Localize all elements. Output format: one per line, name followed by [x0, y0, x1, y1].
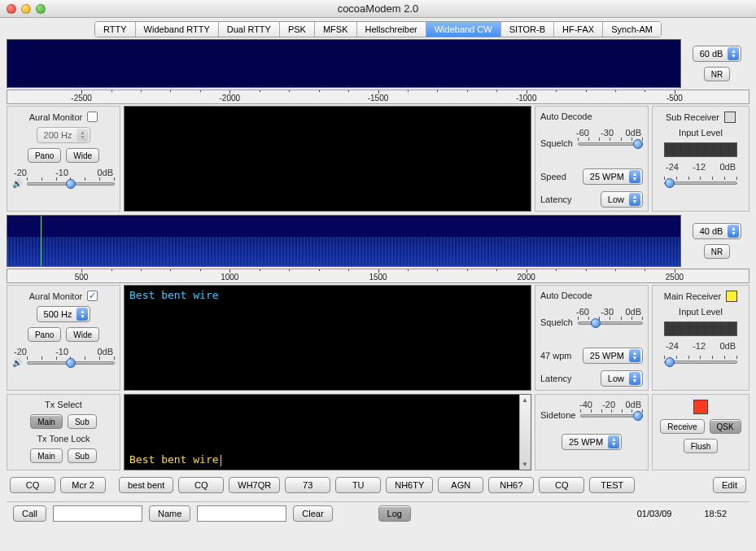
- tab-synch-am[interactable]: Synch-AM: [603, 22, 661, 37]
- sub-squelch-slider[interactable]: [578, 138, 643, 149]
- tx-select-panel: Tx Select Main Sub Tx Tone Lock Main Sub: [7, 394, 120, 470]
- main-rx-swatch: [726, 291, 737, 302]
- macro-mid-1[interactable]: CQ: [178, 477, 224, 493]
- macro-mid-5[interactable]: NH6TY: [386, 477, 433, 493]
- macro-mid-3[interactable]: 73: [285, 477, 330, 493]
- tab-psk[interactable]: PSK: [280, 22, 315, 37]
- main-aural-panel: Aural Monitor 500 Hz▲▼ Pano Wide -20-100…: [7, 285, 120, 391]
- wpm-readout: 47 wpm: [540, 351, 572, 361]
- main-wide-button[interactable]: Wide: [66, 327, 99, 342]
- sidetone-slider[interactable]: [580, 409, 643, 421]
- log-button[interactable]: Log: [378, 505, 411, 522]
- macro-edit-button[interactable]: Edit: [713, 477, 746, 493]
- qsk-button[interactable]: QSK: [710, 419, 741, 434]
- sub-speed-select[interactable]: 25 WPM▲▼: [583, 168, 643, 185]
- scrollbar[interactable]: [519, 395, 531, 470]
- main-latency-select[interactable]: Low▲▼: [601, 370, 643, 387]
- main-volume-slider[interactable]: [27, 356, 115, 368]
- macro-left-0[interactable]: CQ: [10, 477, 55, 493]
- macro-mid-9[interactable]: TEST: [589, 477, 635, 493]
- main-filter-select[interactable]: 500 Hz▲▼: [37, 306, 91, 322]
- macro-mid-8[interactable]: CQ: [539, 477, 584, 493]
- tx-buffer-pane[interactable]: Best bent wire: [124, 394, 531, 470]
- decoded-text: Best bent wire: [129, 289, 219, 301]
- sub-receiver-panel: Sub Receiver Input Level -24-120dB: [652, 106, 749, 212]
- main-decode-pane[interactable]: Best bent wire: [124, 285, 531, 391]
- macro-mid-2[interactable]: WH7QR: [229, 477, 280, 493]
- tab-rtty[interactable]: RTTY: [95, 22, 136, 37]
- status-bar: Call Name Clear Log 01/03/09 18:52: [7, 501, 749, 525]
- tab-hellschreiber[interactable]: Hellschreiber: [357, 22, 426, 37]
- tx-tonelock-sub-button[interactable]: Sub: [68, 448, 97, 463]
- status-time: 18:52: [704, 509, 727, 518]
- status-date: 01/03/09: [637, 509, 672, 518]
- tuning-marker: [41, 216, 42, 266]
- tab-dual-rtty[interactable]: Dual RTTY: [219, 22, 280, 37]
- sub-input-meter: [664, 142, 737, 157]
- clear-button[interactable]: Clear: [293, 505, 332, 522]
- macro-mid-7[interactable]: NH6?: [488, 477, 534, 493]
- tx-speed-select[interactable]: 25 WPM▲▼: [562, 434, 622, 450]
- macro-mid-0[interactable]: best bent: [119, 477, 173, 493]
- tx-select-sub-button[interactable]: Sub: [68, 414, 97, 429]
- speaker-icon: 🔊: [12, 179, 22, 188]
- flush-button[interactable]: Flush: [684, 439, 718, 453]
- tab-sitor-b[interactable]: SITOR-B: [501, 22, 554, 37]
- main-ruler: 5001000150020002500: [7, 269, 749, 283]
- tx-control-panel: Receive QSK Flush: [652, 394, 749, 470]
- window-title: cocoaModem 2.0: [0, 2, 756, 15]
- call-input[interactable]: [53, 505, 142, 522]
- sub-rx-swatch: [724, 112, 736, 123]
- main-aural-checkbox[interactable]: [87, 291, 98, 301]
- macro-left-1[interactable]: Mcr 2: [60, 477, 106, 493]
- macro-row: CQMcr 2 best bentCQWH7QR73TUNH6TYAGNNH6?…: [7, 474, 749, 496]
- main-nr-button[interactable]: NR: [704, 244, 730, 259]
- main-decode-settings: Auto Decode -60-300dB Squelch 47 wpm 25 …: [535, 285, 649, 391]
- tx-tonelock-main-button[interactable]: Main: [30, 448, 63, 463]
- sub-aural-checkbox[interactable]: [87, 112, 98, 122]
- sub-decode-label: Auto Decode: [540, 112, 643, 121]
- receive-button[interactable]: Receive: [660, 419, 704, 434]
- main-waterfall[interactable]: [7, 215, 681, 267]
- sub-pano-button[interactable]: Pano: [28, 148, 61, 163]
- tx-status-swatch: [693, 400, 708, 414]
- sub-decode-settings: Auto Decode -60-300dB Squelch Speed 25 W…: [535, 106, 649, 212]
- macro-mid-4[interactable]: TU: [335, 477, 381, 493]
- tab-wideband-rtty[interactable]: Wideband RTTY: [136, 22, 219, 37]
- speaker-icon: 🔊: [12, 358, 22, 367]
- sub-aural-label: Aural Monitor: [29, 112, 82, 122]
- name-input[interactable]: [197, 505, 286, 522]
- mode-tabs: RTTYWideband RTTYDual RTTYPSKMFSKHellsch…: [94, 21, 662, 37]
- sub-volume-slider[interactable]: [27, 177, 115, 189]
- tab-mfsk[interactable]: MFSK: [315, 22, 357, 37]
- main-input-slider[interactable]: [664, 356, 737, 385]
- sub-decode-pane[interactable]: [124, 106, 531, 212]
- sub-filter-select[interactable]: 200 Hz▲▼: [37, 127, 91, 143]
- tab-hf-fax[interactable]: HF-FAX: [554, 22, 603, 37]
- sub-latency-select[interactable]: Low▲▼: [601, 191, 643, 208]
- main-receiver-panel: Main Receiver Input Level -24-120dB: [652, 285, 749, 391]
- sub-wide-button[interactable]: Wide: [66, 148, 99, 163]
- sub-nr-button[interactable]: NR: [704, 67, 730, 81]
- sub-ruler: -2500-2000-1500-1000-500: [7, 90, 749, 104]
- tx-sidetone-panel: -40-200dB Sidetone 25 WPM▲▼: [535, 394, 649, 470]
- call-button[interactable]: Call: [13, 505, 46, 522]
- sub-aural-panel: Aural Monitor 200 Hz▲▼ Pano Wide -20-100…: [7, 106, 120, 212]
- sub-gain-select[interactable]: 60 dB▲▼: [693, 46, 742, 62]
- sub-waterfall[interactable]: [7, 39, 681, 88]
- main-pano-button[interactable]: Pano: [28, 327, 61, 342]
- tx-buffer-text: Best bent wire: [129, 453, 219, 466]
- main-speed-select[interactable]: 25 WPM▲▼: [583, 348, 643, 364]
- main-gain-select[interactable]: 40 dB▲▼: [693, 223, 742, 239]
- main-input-meter: [664, 321, 737, 336]
- tab-wideband-cw[interactable]: Wideband CW: [426, 22, 501, 37]
- main-squelch-slider[interactable]: [578, 317, 643, 328]
- name-button[interactable]: Name: [149, 505, 190, 522]
- macro-mid-6[interactable]: AGN: [438, 477, 483, 493]
- titlebar: cocoaModem 2.0: [0, 0, 756, 18]
- sub-input-slider[interactable]: [664, 177, 737, 206]
- tx-select-main-button[interactable]: Main: [30, 414, 63, 429]
